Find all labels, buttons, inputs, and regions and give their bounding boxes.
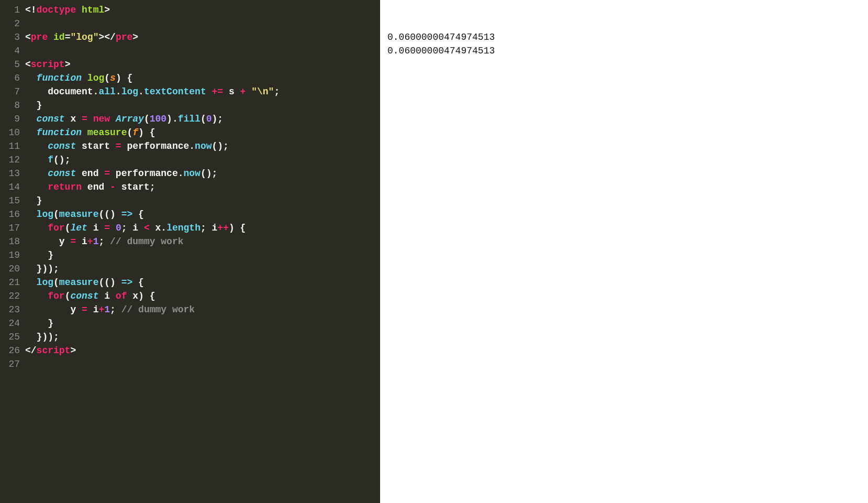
code-token: ( — [144, 114, 150, 124]
code-content[interactable]: return end - start; — [25, 180, 380, 194]
code-token: (() — [98, 277, 121, 288]
line-number: 23 — [0, 303, 25, 316]
code-token — [25, 291, 48, 301]
code-token: measure — [87, 127, 127, 138]
line-number: 22 — [0, 289, 25, 303]
code-content[interactable]: log(measure(() => { — [25, 207, 380, 221]
code-line[interactable]: 18 y = i+1; // dummy work — [0, 235, 380, 248]
code-token: > — [132, 32, 138, 42]
code-content[interactable]: const x = new Array(100).fill(0); — [25, 112, 380, 126]
code-line[interactable]: 4 — [0, 44, 380, 58]
line-number: 14 — [0, 180, 25, 194]
code-line[interactable]: 21 log(measure(() => { — [0, 276, 380, 289]
code-editor-pane[interactable]: 1<!doctype html>2 3<pre id="log"></pre>4… — [0, 0, 380, 503]
code-token: = — [82, 304, 87, 315]
code-token: script — [31, 59, 65, 70]
code-token: Array — [116, 114, 144, 124]
line-number: 6 — [0, 71, 25, 85]
code-token — [25, 141, 48, 151]
code-line[interactable]: 20 })); — [0, 262, 380, 276]
code-content[interactable]: for(let i = 0; i < x.length; i++) { — [25, 221, 380, 235]
code-token: doctype — [37, 5, 76, 15]
code-token: { — [132, 209, 144, 220]
code-content[interactable] — [25, 357, 380, 371]
code-content[interactable]: for(const i of x) { — [25, 289, 380, 303]
code-content[interactable]: <!doctype html> — [25, 3, 380, 17]
line-number: 15 — [0, 194, 25, 207]
output-line: 0.06000000474974513 — [387, 30, 861, 44]
code-content[interactable]: </script> — [25, 344, 380, 357]
code-token: > — [65, 59, 71, 70]
code-content[interactable]: function log(s) { — [25, 71, 380, 85]
line-number: 11 — [0, 139, 25, 153]
code-content[interactable]: })); — [25, 262, 380, 276]
code-content[interactable]: } — [25, 248, 380, 262]
line-number: 25 — [0, 330, 25, 344]
code-line[interactable]: 1<!doctype html> — [0, 3, 380, 17]
code-content[interactable]: const start = performance.now(); — [25, 139, 380, 153]
code-token: } — [25, 195, 42, 206]
code-token: ( — [53, 277, 59, 288]
code-token: "log" — [70, 32, 98, 42]
code-content[interactable]: } — [25, 316, 380, 330]
code-token: ; i — [121, 223, 144, 233]
code-line[interactable]: 9 const x = new Array(100).fill(0); — [0, 112, 380, 126]
code-content[interactable]: y = i+1; // dummy work — [25, 303, 380, 316]
code-token: ) { — [138, 127, 155, 138]
code-content[interactable]: } — [25, 99, 380, 112]
code-content[interactable] — [25, 17, 380, 30]
line-number: 4 — [0, 44, 25, 58]
code-content[interactable]: const end = performance.now(); — [25, 167, 380, 180]
code-content[interactable]: y = i+1; // dummy work — [25, 235, 380, 248]
code-token: 100 — [150, 114, 166, 124]
code-content[interactable] — [25, 44, 380, 58]
code-line[interactable]: 19 } — [0, 248, 380, 262]
code-token: y — [25, 304, 82, 315]
code-content[interactable]: <pre id="log"></pre> — [25, 30, 380, 44]
code-line[interactable]: 15 } — [0, 194, 380, 207]
code-line[interactable]: 17 for(let i = 0; i < x.length; i++) { — [0, 221, 380, 235]
code-token: start — [76, 141, 116, 151]
code-line[interactable]: 6 function log(s) { — [0, 71, 380, 85]
code-token: = — [104, 223, 110, 233]
code-token: script — [37, 345, 71, 356]
code-content[interactable]: log(measure(() => { — [25, 276, 380, 289]
code-content[interactable]: document.all.log.textContent += s + "\n"… — [25, 85, 380, 99]
code-token: ) { — [116, 73, 132, 83]
code-token: i — [87, 223, 104, 233]
code-line[interactable]: 2 — [0, 17, 380, 30]
code-token: pre — [116, 32, 132, 42]
code-line[interactable]: 10 function measure(f) { — [0, 126, 380, 139]
code-content[interactable]: <script> — [25, 58, 380, 71]
code-line[interactable]: 16 log(measure(() => { — [0, 207, 380, 221]
code-line[interactable]: 26</script> — [0, 344, 380, 357]
code-content[interactable]: f(); — [25, 153, 380, 167]
code-line[interactable]: 8 } — [0, 99, 380, 112]
code-line[interactable]: 23 y = i+1; // dummy work — [0, 303, 380, 316]
code-line[interactable]: 13 const end = performance.now(); — [0, 167, 380, 180]
code-token: performance. — [121, 141, 195, 151]
code-content[interactable]: })); — [25, 330, 380, 344]
code-line[interactable]: 25 })); — [0, 330, 380, 344]
code-token: < — [25, 32, 31, 42]
code-line[interactable]: 14 return end - start; — [0, 180, 380, 194]
code-line[interactable]: 11 const start = performance.now(); — [0, 139, 380, 153]
line-number: 7 — [0, 85, 25, 99]
code-token: (); — [201, 168, 217, 179]
code-token: s — [110, 73, 116, 83]
code-content[interactable]: } — [25, 194, 380, 207]
code-line[interactable]: 12 f(); — [0, 153, 380, 167]
code-line[interactable]: 5<script> — [0, 58, 380, 71]
code-line[interactable]: 24 } — [0, 316, 380, 330]
code-line[interactable]: 22 for(const i of x) { — [0, 289, 380, 303]
code-token: textContent — [144, 86, 206, 97]
code-content[interactable]: function measure(f) { — [25, 126, 380, 139]
code-token: i — [87, 304, 99, 315]
code-token — [25, 73, 37, 83]
code-token — [48, 32, 53, 42]
code-line[interactable]: 27 — [0, 357, 380, 371]
code-line[interactable]: 7 document.all.log.textContent += s + "\… — [0, 85, 380, 99]
code-token — [25, 155, 48, 165]
code-line[interactable]: 3<pre id="log"></pre> — [0, 30, 380, 44]
code-token: // dummy work — [110, 236, 183, 247]
